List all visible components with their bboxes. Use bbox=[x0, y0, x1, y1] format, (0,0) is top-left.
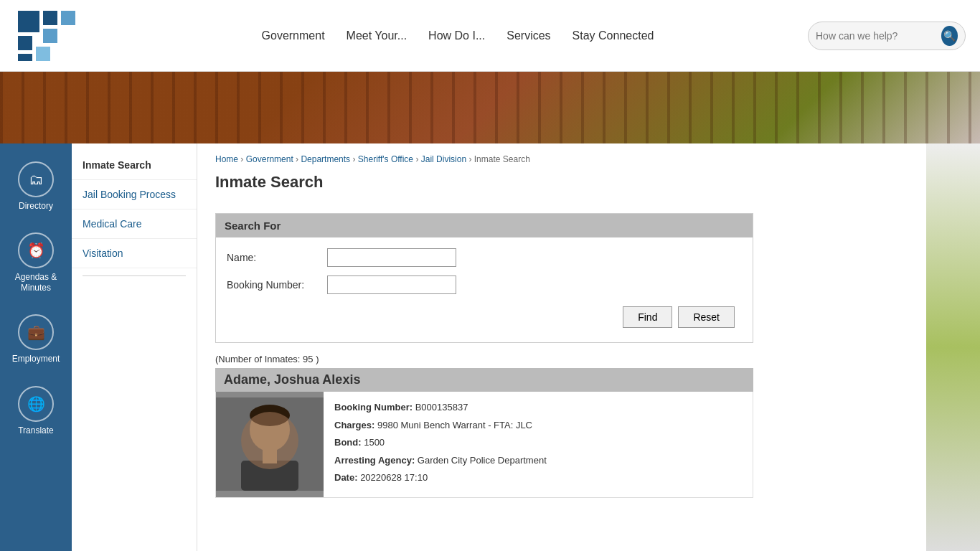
booking-number-line: Booking Number: B000135837 bbox=[334, 400, 742, 415]
inmate-detail: Booking Number: B000135837 Charges: 9980… bbox=[215, 392, 753, 498]
inmate-name-header: Adame, Joshua Alexis bbox=[215, 368, 753, 392]
person-silhouette bbox=[216, 397, 324, 491]
date-line: Date: 20220628 17:10 bbox=[334, 471, 742, 485]
bond-label: Bond: bbox=[334, 437, 362, 448]
header-search-button[interactable]: 🔍 bbox=[941, 26, 958, 46]
logo-icon bbox=[14, 7, 79, 65]
sidebar-left: 🗂 Directory ⏰ Agendas &Minutes 💼 Employm… bbox=[0, 143, 72, 551]
nav-meet-your[interactable]: Meet Your... bbox=[347, 29, 407, 42]
name-row: Name: bbox=[227, 248, 742, 267]
nav-government[interactable]: Government bbox=[262, 29, 325, 42]
charges-line: Charges: 9980 Muni Bench Warrant - FTA: … bbox=[334, 418, 742, 433]
booking-input[interactable] bbox=[327, 276, 456, 294]
svg-point-8 bbox=[250, 408, 290, 451]
sidebar-item-agendas[interactable]: ⏰ Agendas &Minutes bbox=[0, 222, 72, 303]
svg-rect-11 bbox=[263, 449, 277, 463]
search-form-box: Search For Name: Booking Number: Find Re… bbox=[215, 213, 753, 343]
main-nav: Government Meet Your... How Do I... Serv… bbox=[108, 29, 808, 42]
bond-line: Bond: 1500 bbox=[334, 435, 742, 450]
nav-how-do-i[interactable]: How Do I... bbox=[428, 29, 485, 42]
date-value: 20220628 17:10 bbox=[360, 472, 428, 483]
agendas-icon: ⏰ bbox=[18, 232, 54, 268]
breadcrumb-jail-division[interactable]: Jail Division bbox=[421, 154, 466, 164]
nav-stay-connected[interactable]: Stay Connected bbox=[573, 29, 654, 42]
arresting-line: Arresting Agency: Garden City Police Dep… bbox=[334, 453, 742, 468]
sub-nav-inmate-search[interactable]: Inmate Search bbox=[72, 151, 197, 180]
sidebar-label-directory: Directory bbox=[19, 201, 53, 211]
breadcrumb: Home › Government › Departments › Sherif… bbox=[215, 154, 908, 164]
nav-services[interactable]: Services bbox=[507, 29, 550, 42]
header-search-input[interactable] bbox=[816, 30, 941, 42]
inmate-count: (Number of Inmates: 95 ) bbox=[215, 354, 908, 364]
header-search-box: 🔍 bbox=[808, 22, 966, 50]
sub-nav-jail-booking[interactable]: Jail Booking Process bbox=[72, 180, 197, 209]
svg-rect-3 bbox=[43, 29, 57, 43]
arresting-label: Arresting Agency: bbox=[334, 455, 415, 466]
employment-icon: 💼 bbox=[18, 314, 54, 350]
sub-sidebar: Inmate Search Jail Booking Process Medic… bbox=[72, 143, 197, 551]
sub-nav-visitation[interactable]: Visitation bbox=[72, 239, 197, 268]
page-title: Inmate Search bbox=[215, 173, 908, 199]
svg-rect-0 bbox=[18, 11, 39, 32]
breadcrumb-home[interactable]: Home bbox=[215, 154, 238, 164]
sidebar-label-translate: Translate bbox=[18, 425, 54, 435]
hero-image bbox=[0, 72, 980, 143]
svg-point-9 bbox=[250, 405, 290, 426]
directory-icon: 🗂 bbox=[18, 161, 54, 197]
name-input[interactable] bbox=[327, 248, 456, 267]
svg-rect-2 bbox=[61, 11, 75, 25]
svg-rect-5 bbox=[36, 47, 50, 61]
breadcrumb-government[interactable]: Government bbox=[246, 154, 293, 164]
arresting-value: Garden City Police Department bbox=[418, 455, 547, 466]
breadcrumb-sheriffs-office[interactable]: Sheriff's Office bbox=[358, 154, 413, 164]
bond-value: 1500 bbox=[364, 437, 385, 448]
svg-rect-1 bbox=[43, 11, 57, 25]
search-form-header: Search For bbox=[216, 214, 753, 237]
booking-row: Booking Number: bbox=[227, 276, 742, 294]
breadcrumb-current: Inmate Search bbox=[474, 154, 530, 164]
inmate-photo bbox=[216, 392, 324, 497]
svg-rect-10 bbox=[241, 461, 298, 491]
reset-button[interactable]: Reset bbox=[678, 306, 735, 328]
sub-nav-divider bbox=[83, 276, 186, 276]
booking-label: Booking Number: bbox=[227, 279, 327, 291]
search-form-body: Name: Booking Number: Find Reset bbox=[216, 237, 753, 342]
logo-area bbox=[14, 7, 79, 65]
inmate-info: Booking Number: B000135837 Charges: 9980… bbox=[324, 392, 753, 497]
date-label: Date: bbox=[334, 472, 358, 483]
charges-label: Charges: bbox=[334, 420, 374, 430]
name-label: Name: bbox=[227, 252, 327, 263]
sidebar-label-agendas: Agendas &Minutes bbox=[15, 272, 57, 293]
sidebar-item-translate[interactable]: 🌐 Translate bbox=[0, 375, 72, 446]
right-decorative bbox=[926, 143, 980, 551]
sub-nav-medical-care[interactable]: Medical Care bbox=[72, 209, 197, 239]
form-buttons: Find Reset bbox=[498, 303, 742, 331]
sidebar-item-employment[interactable]: 💼 Employment bbox=[0, 303, 72, 375]
find-button[interactable]: Find bbox=[623, 306, 672, 328]
svg-rect-6 bbox=[18, 54, 32, 61]
booking-number-value: B000135837 bbox=[415, 402, 468, 413]
header: Government Meet Your... How Do I... Serv… bbox=[0, 0, 980, 72]
svg-rect-4 bbox=[18, 36, 32, 50]
translate-icon: 🌐 bbox=[18, 386, 54, 422]
booking-number-label: Booking Number: bbox=[334, 402, 413, 413]
sidebar-label-employment: Employment bbox=[12, 354, 60, 364]
sidebar-item-directory[interactable]: 🗂 Directory bbox=[0, 151, 72, 222]
breadcrumb-departments[interactable]: Departments bbox=[301, 154, 350, 164]
charges-value: 9980 Muni Bench Warrant - FTA: JLC bbox=[377, 420, 532, 430]
main-container: 🗂 Directory ⏰ Agendas &Minutes 💼 Employm… bbox=[0, 143, 980, 551]
photo-placeholder bbox=[216, 397, 324, 491]
content-area: Home › Government › Departments › Sherif… bbox=[197, 143, 926, 551]
